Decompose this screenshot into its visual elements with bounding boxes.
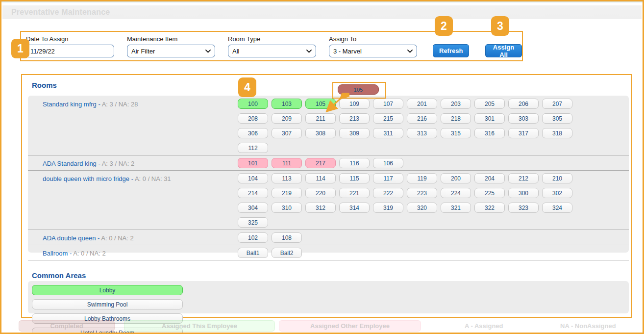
annotation-badge-3: 3 bbox=[491, 16, 509, 36]
room-button-210[interactable]: 210 bbox=[542, 173, 572, 183]
room-button-222[interactable]: 222 bbox=[373, 188, 403, 198]
room-button-319[interactable]: 319 bbox=[373, 203, 403, 213]
room-button-313[interactable]: 313 bbox=[407, 128, 437, 138]
room-button-224[interactable]: 224 bbox=[441, 188, 471, 198]
room-button-302[interactable]: 302 bbox=[542, 188, 572, 198]
room-button-103[interactable]: 103 bbox=[272, 99, 302, 109]
legend-note-assigned: A - Assigned bbox=[465, 322, 503, 330]
room-group-label: ADA double queen - A: 0 / NA: 2 bbox=[28, 232, 238, 243]
room-button-217[interactable]: 217 bbox=[305, 158, 336, 168]
room-button-207[interactable]: 207 bbox=[542, 99, 572, 109]
room-button-301[interactable]: 301 bbox=[474, 113, 505, 124]
room-button-317[interactable]: 317 bbox=[508, 128, 539, 138]
room-button-300[interactable]: 300 bbox=[508, 188, 539, 198]
legend-completed: Completed bbox=[19, 320, 115, 332]
room-type-value: All bbox=[232, 48, 239, 55]
rooms-section-title: Rooms bbox=[32, 81, 57, 89]
room-button-113[interactable]: 113 bbox=[272, 173, 302, 183]
room-type-stats: A: 3 / NA: 2 bbox=[102, 160, 134, 167]
room-button-211[interactable]: 211 bbox=[305, 113, 336, 124]
room-button-314[interactable]: 314 bbox=[339, 203, 370, 213]
room-type-stats: A: 3 / NA: 28 bbox=[102, 101, 138, 108]
room-button-104[interactable]: 104 bbox=[238, 173, 268, 183]
room-type-name: ADA Standard king - bbox=[43, 160, 102, 167]
room-button-219[interactable]: 219 bbox=[272, 188, 302, 198]
room-group-row: ADA Standard king - A: 3 / NA: 210111121… bbox=[28, 155, 629, 170]
room-button-115[interactable]: 115 bbox=[339, 173, 370, 183]
room-button-308[interactable]: 308 bbox=[305, 128, 336, 138]
room-type-select[interactable]: All bbox=[228, 45, 316, 57]
room-button-306[interactable]: 306 bbox=[238, 128, 268, 138]
room-group-label: Standard king mfrg - A: 3 / NA: 28 bbox=[28, 99, 238, 153]
common-areas-panel: LobbySwimming PoolLobby BathroomsHotel L… bbox=[28, 281, 629, 313]
room-type-label: Room Type bbox=[228, 35, 316, 43]
room-button-106[interactable]: 106 bbox=[373, 158, 403, 168]
date-to-assign-input[interactable] bbox=[30, 48, 110, 55]
room-button-203[interactable]: 203 bbox=[441, 99, 471, 109]
assign-to-select[interactable]: 3 - Marvel bbox=[329, 45, 417, 57]
room-button-205[interactable]: 205 bbox=[474, 99, 505, 109]
common-area-button-swimming-pool[interactable]: Swimming Pool bbox=[32, 299, 183, 309]
room-button-102[interactable]: 102 bbox=[238, 232, 268, 243]
room-group-row: Ballroom - A: 0 / NA: 2Ball1Ball2 bbox=[28, 245, 629, 260]
legend-note-nonassigned: NA - NonAssigned bbox=[560, 322, 616, 330]
room-type-name: Standard king mfrg - bbox=[43, 101, 102, 108]
room-button-Ball2[interactable]: Ball2 bbox=[272, 248, 302, 258]
room-button-214[interactable]: 214 bbox=[238, 188, 268, 198]
room-button-101[interactable]: 101 bbox=[238, 158, 268, 168]
room-button-100[interactable]: 100 bbox=[238, 99, 268, 109]
room-button-117[interactable]: 117 bbox=[373, 173, 403, 183]
room-button-Ball1[interactable]: Ball1 bbox=[238, 248, 268, 258]
room-button-201[interactable]: 201 bbox=[407, 99, 437, 109]
room-button-307[interactable]: 307 bbox=[272, 128, 302, 138]
annotation-badge-4: 4 bbox=[238, 77, 256, 97]
annotation-badge-2: 2 bbox=[435, 16, 453, 36]
legend-assigned-this-employee: Assigned This Employee bbox=[124, 320, 275, 332]
room-button-303[interactable]: 303 bbox=[508, 113, 539, 124]
room-button-221[interactable]: 221 bbox=[339, 188, 370, 198]
page-title: Preventative Maintenance bbox=[2, 8, 110, 17]
room-button-321[interactable]: 321 bbox=[441, 203, 471, 213]
room-button-223[interactable]: 223 bbox=[407, 188, 437, 198]
room-button-304[interactable]: 304 bbox=[238, 203, 268, 213]
room-type-stats: A: 0 / NA: 2 bbox=[101, 234, 133, 242]
room-button-213[interactable]: 213 bbox=[339, 113, 370, 124]
room-button-215[interactable]: 215 bbox=[373, 113, 403, 124]
room-button-311[interactable]: 311 bbox=[373, 128, 403, 138]
room-button-323[interactable]: 323 bbox=[508, 203, 539, 213]
room-button-107[interactable]: 107 bbox=[373, 99, 403, 109]
room-button-208[interactable]: 208 bbox=[238, 113, 268, 124]
room-button-310[interactable]: 310 bbox=[272, 203, 302, 213]
room-button-116[interactable]: 116 bbox=[339, 158, 370, 168]
room-button-108[interactable]: 108 bbox=[272, 232, 302, 243]
common-area-button-lobby[interactable]: Lobby bbox=[32, 285, 183, 295]
room-button-320[interactable]: 320 bbox=[407, 203, 437, 213]
room-button-305[interactable]: 305 bbox=[542, 113, 572, 124]
room-button-309[interactable]: 309 bbox=[339, 128, 370, 138]
room-button-112[interactable]: 112 bbox=[238, 143, 268, 153]
room-button-200[interactable]: 200 bbox=[441, 173, 471, 183]
room-button-225[interactable]: 225 bbox=[474, 188, 505, 198]
room-button-204[interactable]: 204 bbox=[474, 173, 505, 183]
room-button-315[interactable]: 315 bbox=[441, 128, 471, 138]
room-button-119[interactable]: 119 bbox=[407, 173, 437, 183]
assign-all-button[interactable]: Assign All bbox=[485, 44, 522, 57]
room-button-114[interactable]: 114 bbox=[305, 173, 336, 183]
room-button-218[interactable]: 218 bbox=[441, 113, 471, 124]
maintenance-item-select[interactable]: Air Filter bbox=[127, 45, 215, 57]
room-button-318[interactable]: 318 bbox=[542, 128, 572, 138]
room-button-325[interactable]: 325 bbox=[238, 217, 268, 228]
room-button-212[interactable]: 212 bbox=[508, 173, 539, 183]
room-button-111[interactable]: 111 bbox=[272, 158, 302, 168]
room-type-field: Room Type All bbox=[228, 35, 316, 60]
room-button-206[interactable]: 206 bbox=[508, 99, 539, 109]
room-button-220[interactable]: 220 bbox=[305, 188, 336, 198]
room-button-322[interactable]: 322 bbox=[474, 203, 505, 213]
refresh-button[interactable]: Refresh bbox=[433, 44, 469, 57]
room-button-312[interactable]: 312 bbox=[305, 203, 336, 213]
room-button-209[interactable]: 209 bbox=[272, 113, 302, 124]
room-button-324[interactable]: 324 bbox=[542, 203, 572, 213]
assign-to-label: Assign To bbox=[329, 35, 417, 43]
room-button-316[interactable]: 316 bbox=[474, 128, 505, 138]
room-button-216[interactable]: 216 bbox=[407, 113, 437, 124]
